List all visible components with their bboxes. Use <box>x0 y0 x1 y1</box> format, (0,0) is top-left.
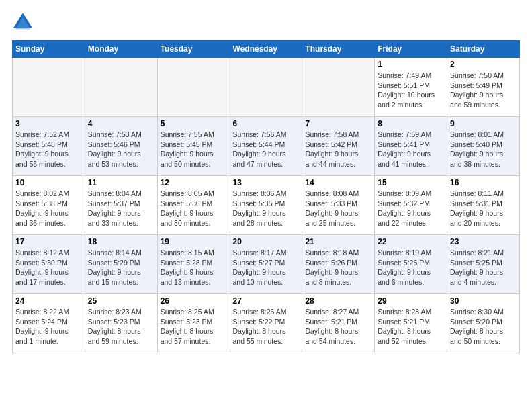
calendar-cell: 4Sunrise: 7:53 AM Sunset: 5:46 PM Daylig… <box>85 117 157 176</box>
weekday-header: Tuesday <box>157 41 230 58</box>
day-info: Sunrise: 8:22 AM Sunset: 5:24 PM Dayligh… <box>15 307 82 347</box>
calendar: SundayMondayTuesdayWednesdayThursdayFrid… <box>12 40 520 353</box>
day-number: 1 <box>378 60 444 69</box>
weekday-header: Saturday <box>447 41 520 58</box>
day-info: Sunrise: 8:08 AM Sunset: 5:33 PM Dayligh… <box>305 189 371 228</box>
calendar-cell: 22Sunrise: 8:19 AM Sunset: 5:26 PM Dayli… <box>375 235 447 294</box>
day-info: Sunrise: 8:04 AM Sunset: 5:37 PM Dayligh… <box>88 189 154 228</box>
calendar-cell: 2Sunrise: 7:50 AM Sunset: 5:49 PM Daylig… <box>447 58 520 117</box>
day-number: 5 <box>161 119 227 128</box>
calendar-cell: 10Sunrise: 8:02 AM Sunset: 5:38 PM Dayli… <box>13 176 85 235</box>
day-number: 28 <box>305 296 371 306</box>
calendar-cell <box>230 58 302 117</box>
calendar-cell: 13Sunrise: 8:06 AM Sunset: 5:35 PM Dayli… <box>230 176 302 235</box>
day-number: 15 <box>378 178 444 187</box>
calendar-cell: 7Sunrise: 7:58 AM Sunset: 5:42 PM Daylig… <box>302 117 375 176</box>
calendar-cell: 25Sunrise: 8:23 AM Sunset: 5:23 PM Dayli… <box>85 294 157 353</box>
day-info: Sunrise: 7:50 AM Sunset: 5:49 PM Dayligh… <box>450 71 517 110</box>
day-info: Sunrise: 8:30 AM Sunset: 5:20 PM Dayligh… <box>450 307 517 347</box>
day-number: 3 <box>15 119 82 128</box>
day-info: Sunrise: 8:17 AM Sunset: 5:27 PM Dayligh… <box>233 248 300 287</box>
day-info: Sunrise: 7:49 AM Sunset: 5:51 PM Dayligh… <box>378 71 444 110</box>
weekday-header: Wednesday <box>230 41 302 58</box>
calendar-cell: 18Sunrise: 8:14 AM Sunset: 5:29 PM Dayli… <box>85 235 157 294</box>
calendar-cell: 30Sunrise: 8:30 AM Sunset: 5:20 PM Dayli… <box>447 294 520 353</box>
weekday-header: Sunday <box>13 41 85 58</box>
day-number: 27 <box>233 296 300 306</box>
calendar-week-row: 17Sunrise: 8:12 AM Sunset: 5:30 PM Dayli… <box>13 235 520 294</box>
calendar-week-row: 3Sunrise: 7:52 AM Sunset: 5:48 PM Daylig… <box>13 117 520 176</box>
calendar-week-row: 1Sunrise: 7:49 AM Sunset: 5:51 PM Daylig… <box>13 58 520 117</box>
day-info: Sunrise: 8:06 AM Sunset: 5:35 PM Dayligh… <box>233 189 300 228</box>
day-info: Sunrise: 7:56 AM Sunset: 5:44 PM Dayligh… <box>233 130 300 169</box>
day-number: 29 <box>378 296 444 306</box>
calendar-cell: 17Sunrise: 8:12 AM Sunset: 5:30 PM Dayli… <box>13 235 85 294</box>
weekday-header-row: SundayMondayTuesdayWednesdayThursdayFrid… <box>13 41 520 58</box>
logo-icon <box>12 12 34 34</box>
day-number: 17 <box>15 237 82 246</box>
day-number: 26 <box>161 296 227 306</box>
calendar-week-row: 10Sunrise: 8:02 AM Sunset: 5:38 PM Dayli… <box>13 176 520 235</box>
calendar-cell <box>85 58 157 117</box>
day-number: 13 <box>233 178 300 187</box>
calendar-cell: 21Sunrise: 8:18 AM Sunset: 5:26 PM Dayli… <box>302 235 375 294</box>
calendar-cell: 16Sunrise: 8:11 AM Sunset: 5:31 PM Dayli… <box>447 176 520 235</box>
calendar-cell <box>157 58 230 117</box>
day-number: 2 <box>450 60 517 69</box>
day-number: 18 <box>88 237 154 246</box>
day-number: 22 <box>378 237 444 246</box>
calendar-cell: 5Sunrise: 7:55 AM Sunset: 5:45 PM Daylig… <box>157 117 230 176</box>
calendar-cell: 1Sunrise: 7:49 AM Sunset: 5:51 PM Daylig… <box>375 58 447 117</box>
calendar-cell: 20Sunrise: 8:17 AM Sunset: 5:27 PM Dayli… <box>230 235 302 294</box>
calendar-cell: 11Sunrise: 8:04 AM Sunset: 5:37 PM Dayli… <box>85 176 157 235</box>
day-info: Sunrise: 8:02 AM Sunset: 5:38 PM Dayligh… <box>15 189 82 228</box>
weekday-header: Thursday <box>302 41 375 58</box>
calendar-cell: 24Sunrise: 8:22 AM Sunset: 5:24 PM Dayli… <box>13 294 85 353</box>
day-info: Sunrise: 8:14 AM Sunset: 5:29 PM Dayligh… <box>88 248 154 287</box>
day-info: Sunrise: 8:28 AM Sunset: 5:21 PM Dayligh… <box>378 307 444 347</box>
day-info: Sunrise: 8:23 AM Sunset: 5:23 PM Dayligh… <box>88 307 154 347</box>
day-number: 14 <box>305 178 371 187</box>
calendar-cell: 28Sunrise: 8:27 AM Sunset: 5:21 PM Dayli… <box>302 294 375 353</box>
day-info: Sunrise: 8:18 AM Sunset: 5:26 PM Dayligh… <box>305 248 371 287</box>
day-number: 12 <box>161 178 227 187</box>
day-info: Sunrise: 8:19 AM Sunset: 5:26 PM Dayligh… <box>378 248 444 287</box>
day-number: 25 <box>88 296 154 306</box>
day-number: 7 <box>305 119 371 128</box>
day-info: Sunrise: 8:01 AM Sunset: 5:40 PM Dayligh… <box>450 130 517 169</box>
calendar-cell: 9Sunrise: 8:01 AM Sunset: 5:40 PM Daylig… <box>447 117 520 176</box>
calendar-cell: 8Sunrise: 7:59 AM Sunset: 5:41 PM Daylig… <box>375 117 447 176</box>
day-number: 19 <box>161 237 227 246</box>
day-info: Sunrise: 8:12 AM Sunset: 5:30 PM Dayligh… <box>15 248 82 287</box>
calendar-cell: 27Sunrise: 8:26 AM Sunset: 5:22 PM Dayli… <box>230 294 302 353</box>
day-info: Sunrise: 8:21 AM Sunset: 5:25 PM Dayligh… <box>450 248 517 287</box>
calendar-cell: 15Sunrise: 8:09 AM Sunset: 5:32 PM Dayli… <box>375 176 447 235</box>
calendar-week-row: 24Sunrise: 8:22 AM Sunset: 5:24 PM Dayli… <box>13 294 520 353</box>
day-number: 8 <box>378 119 444 128</box>
day-number: 20 <box>233 237 300 246</box>
calendar-cell: 12Sunrise: 8:05 AM Sunset: 5:36 PM Dayli… <box>157 176 230 235</box>
calendar-cell: 19Sunrise: 8:15 AM Sunset: 5:28 PM Dayli… <box>157 235 230 294</box>
calendar-cell: 29Sunrise: 8:28 AM Sunset: 5:21 PM Dayli… <box>375 294 447 353</box>
day-info: Sunrise: 8:25 AM Sunset: 5:23 PM Dayligh… <box>161 307 227 347</box>
weekday-header: Friday <box>375 41 447 58</box>
day-info: Sunrise: 7:58 AM Sunset: 5:42 PM Dayligh… <box>305 130 371 169</box>
day-number: 16 <box>450 178 517 187</box>
weekday-header: Monday <box>85 41 157 58</box>
calendar-cell: 14Sunrise: 8:08 AM Sunset: 5:33 PM Dayli… <box>302 176 375 235</box>
header <box>12 12 520 34</box>
day-info: Sunrise: 8:27 AM Sunset: 5:21 PM Dayligh… <box>305 307 371 347</box>
day-number: 23 <box>450 237 517 246</box>
day-info: Sunrise: 8:09 AM Sunset: 5:32 PM Dayligh… <box>378 189 444 228</box>
page: SundayMondayTuesdayWednesdayThursdayFrid… <box>0 0 532 360</box>
day-number: 9 <box>450 119 517 128</box>
calendar-cell: 3Sunrise: 7:52 AM Sunset: 5:48 PM Daylig… <box>13 117 85 176</box>
day-info: Sunrise: 8:15 AM Sunset: 5:28 PM Dayligh… <box>161 248 227 287</box>
day-info: Sunrise: 7:53 AM Sunset: 5:46 PM Dayligh… <box>88 130 154 169</box>
day-info: Sunrise: 7:52 AM Sunset: 5:48 PM Dayligh… <box>15 130 82 169</box>
day-number: 30 <box>450 296 517 306</box>
calendar-cell: 6Sunrise: 7:56 AM Sunset: 5:44 PM Daylig… <box>230 117 302 176</box>
day-number: 6 <box>233 119 300 128</box>
logo <box>12 12 36 34</box>
day-number: 10 <box>15 178 82 187</box>
